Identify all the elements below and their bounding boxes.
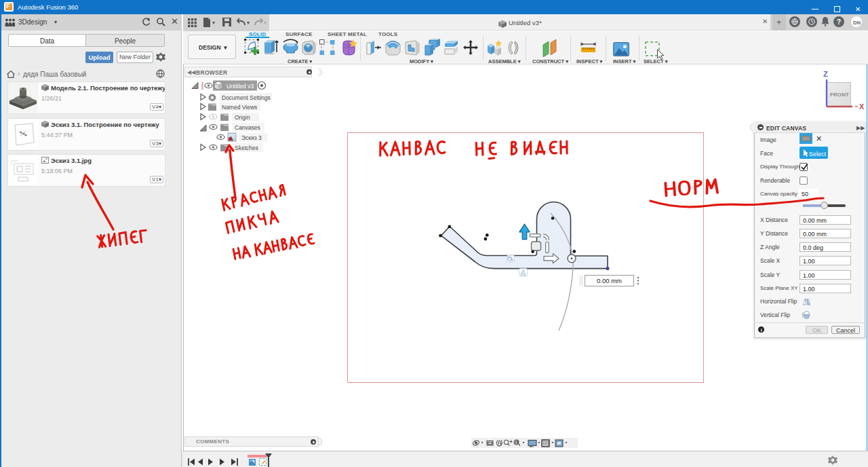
svg-text:X: X	[859, 102, 865, 111]
svg-text:Эскиз 3: Эскиз 3	[241, 134, 262, 141]
svg-text:Named Views: Named Views	[222, 104, 257, 111]
svg-text:Origin: Origin	[235, 114, 250, 121]
svg-text:Untitled v3: Untitled v3	[226, 83, 254, 90]
svg-text:Document Settings: Document Settings	[222, 94, 271, 101]
svg-text:Canvases: Canvases	[235, 124, 260, 131]
svg-text:Sketches: Sketches	[235, 145, 258, 151]
svg-text:Z: Z	[823, 70, 828, 78]
